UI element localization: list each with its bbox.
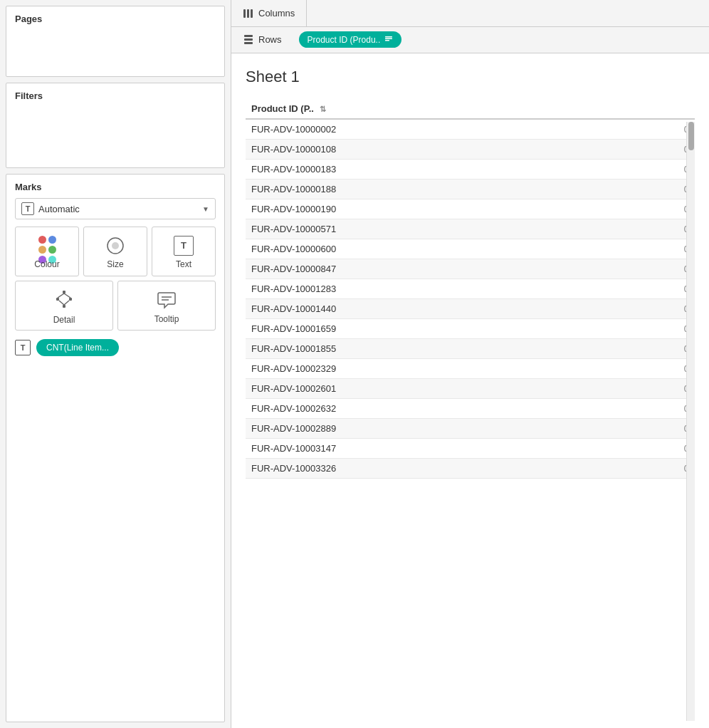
dot-red [38, 236, 46, 244]
filters-section: Filters [6, 83, 225, 168]
svg-rect-19 [385, 38, 392, 40]
marks-dropdown-icon: T [21, 202, 34, 215]
marks-detail-button[interactable]: Detail [15, 281, 113, 331]
marks-size-button[interactable]: Size [83, 227, 147, 276]
colour-button-label: Colour [34, 259, 59, 269]
marks-text-button[interactable]: T Text [152, 227, 216, 276]
table-row[interactable]: FUR-ADV-100023290 [246, 359, 695, 379]
cell-product-id: FUR-ADV-10001855 [246, 339, 652, 359]
cell-product-id: FUR-ADV-10000571 [246, 219, 652, 239]
marks-dropdown-label: Automatic [38, 204, 202, 214]
table-row[interactable]: FUR-ADV-100016590 [246, 319, 695, 339]
cell-product-id: FUR-ADV-10001659 [246, 319, 652, 339]
rows-item[interactable]: Rows [231, 27, 293, 53]
cell-product-id: FUR-ADV-10000183 [246, 160, 652, 180]
sheet-title: Sheet 1 [246, 68, 695, 86]
filters-label: Filters [15, 90, 216, 101]
colour-dots-icon [34, 236, 60, 256]
table-row[interactable]: FUR-ADV-100033260 [246, 459, 695, 479]
detail-button-label: Detail [53, 315, 75, 325]
svg-point-1 [112, 242, 119, 249]
table-row[interactable]: FUR-ADV-100001880 [246, 180, 695, 199]
cell-product-id: FUR-ADV-10002889 [246, 419, 652, 439]
cell-product-id: FUR-ADV-10000600 [246, 239, 652, 259]
cell-product-id: FUR-ADV-10001440 [246, 299, 652, 319]
table-row[interactable]: FUR-ADV-100026010 [246, 379, 695, 399]
marks-buttons-row2: Detail Tooltip [15, 281, 216, 331]
svg-rect-13 [247, 9, 249, 18]
marks-tooltip-button[interactable]: Tooltip [117, 281, 216, 331]
cell-product-id: FUR-ADV-10000108 [246, 140, 652, 160]
size-button-label: Size [107, 259, 123, 269]
cell-product-id: FUR-ADV-10002632 [246, 399, 652, 419]
marks-type-dropdown[interactable]: T Automatic ▼ [15, 198, 216, 219]
product-id-pill-icon [384, 34, 393, 45]
svg-line-9 [64, 301, 69, 305]
svg-rect-15 [244, 35, 253, 37]
sidebar: Pages Filters Marks T Automatic ▼ [0, 0, 231, 728]
cell-product-id: FUR-ADV-10000188 [246, 180, 652, 199]
marks-colour-button[interactable]: Colour [15, 227, 79, 276]
cell-product-id: FUR-ADV-10000190 [246, 199, 652, 219]
table-row[interactable]: FUR-ADV-100001900 [246, 199, 695, 219]
col-product-id-header[interactable]: Product ID (P.. ⇅ [246, 99, 652, 119]
marks-label: Marks [15, 182, 216, 192]
cell-product-id: FUR-ADV-10000847 [246, 259, 652, 279]
tooltip-button-label: Tooltip [154, 314, 179, 324]
scrollbar-track[interactable] [686, 122, 695, 721]
svg-rect-20 [385, 40, 389, 41]
rows-bar: Rows Product ID (Produ.. [231, 27, 709, 54]
table-row[interactable]: FUR-ADV-100031470 [246, 439, 695, 459]
dot-blue [48, 236, 56, 244]
scrollbar-thumb[interactable] [688, 122, 694, 150]
table-row[interactable]: FUR-ADV-100014400 [246, 299, 695, 319]
rows-icon [243, 34, 254, 46]
text-button-label: Text [176, 259, 191, 269]
pages-label: Pages [15, 14, 216, 24]
dot-orange [38, 246, 46, 254]
product-id-pill-label: Product ID (Produ.. [308, 35, 381, 45]
size-icon [105, 236, 125, 256]
svg-rect-16 [244, 38, 253, 41]
cell-product-id: FUR-ADV-10003147 [246, 439, 652, 459]
table-row[interactable]: FUR-ADV-100001830 [246, 160, 695, 180]
svg-rect-3 [56, 298, 59, 301]
table-row[interactable]: FUR-ADV-100000020 [246, 119, 695, 140]
text-icon: T [174, 236, 194, 256]
svg-rect-2 [63, 291, 65, 293]
cell-product-id: FUR-ADV-10002601 [246, 379, 652, 399]
table-row[interactable]: FUR-ADV-100001080 [246, 140, 695, 160]
table-row[interactable]: FUR-ADV-100028890 [246, 419, 695, 439]
svg-rect-4 [69, 298, 72, 301]
detail-icon [53, 288, 75, 311]
table-row[interactable]: FUR-ADV-100005710 [246, 219, 695, 239]
table-wrapper: Product ID (P.. ⇅ FUR-ADV-100000020FUR-A… [246, 99, 695, 721]
cell-product-id: FUR-ADV-10001283 [246, 279, 652, 299]
columns-item[interactable]: Columns [231, 0, 307, 26]
svg-line-8 [59, 301, 64, 305]
cell-product-id: FUR-ADV-10002329 [246, 359, 652, 379]
svg-line-6 [58, 293, 64, 298]
svg-rect-17 [244, 42, 253, 44]
sort-icon: ⇅ [320, 105, 326, 114]
table-row[interactable]: FUR-ADV-100008470 [246, 259, 695, 279]
table-row[interactable]: FUR-ADV-100006000 [246, 239, 695, 259]
marks-buttons-row1: Colour Size T Text [15, 227, 216, 276]
cell-product-id: FUR-ADV-10000002 [246, 119, 652, 140]
cnt-text-icon: T [15, 340, 31, 355]
columns-icon [243, 7, 254, 19]
data-table: Product ID (P.. ⇅ FUR-ADV-100000020FUR-A… [246, 99, 695, 479]
cnt-pill-row: T CNT(Line Item... [15, 339, 216, 356]
columns-bar: Columns [231, 0, 709, 27]
rows-label: Rows [258, 34, 282, 45]
table-row[interactable]: FUR-ADV-100018550 [246, 339, 695, 359]
svg-rect-12 [243, 9, 246, 18]
product-id-pill[interactable]: Product ID (Produ.. [299, 31, 402, 48]
chevron-down-icon: ▼ [202, 205, 209, 213]
col-value-header [652, 99, 695, 119]
cnt-pill[interactable]: CNT(Line Item... [36, 339, 119, 356]
table-row[interactable]: FUR-ADV-100012830 [246, 279, 695, 299]
dot-green [48, 246, 56, 254]
svg-rect-14 [251, 9, 253, 18]
table-row[interactable]: FUR-ADV-100026320 [246, 399, 695, 419]
